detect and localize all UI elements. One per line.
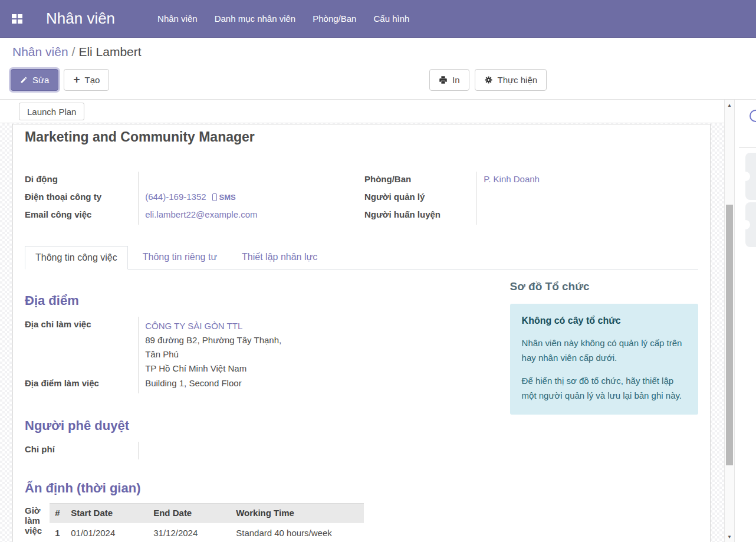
alert-paragraph: Để hiển thị sơ đồ tổ chức, hãy thiết lập…	[522, 373, 686, 403]
mobile-phone-icon	[212, 193, 217, 201]
work-info-main-column: Địa điểm Địa chỉ làm việc CÔNG TY SÀI GÒ…	[25, 270, 491, 542]
work-address-label: Địa chỉ làm việc	[25, 317, 138, 376]
sms-action[interactable]: SMS	[212, 192, 236, 202]
notebook-tabs: Thông tin công việc Thông tin riêng tư T…	[25, 246, 698, 270]
sms-label: SMS	[219, 193, 236, 202]
pencil-icon	[20, 76, 28, 84]
scrollbar-thumb[interactable]	[726, 205, 733, 465]
vertical-scrollbar[interactable]	[724, 100, 735, 542]
alert-title: Không có cây tổ chức	[522, 316, 686, 326]
row-start-date: 01/01/2024	[65, 523, 148, 542]
nav-item-employees[interactable]: Nhân viên	[156, 10, 199, 27]
col-header-working-time: Working Time	[231, 504, 364, 523]
work-email-value: eli.lambert22@example.com	[138, 207, 349, 225]
nav-item-employee-directory[interactable]: Danh mục nhân viên	[213, 10, 297, 27]
left-action-buttons: Sửa Tạo	[11, 69, 109, 91]
expense-label: Chi phí	[25, 442, 138, 459]
action-button-label: Thực hiện	[498, 75, 538, 85]
edit-button-label: Sửa	[32, 75, 49, 85]
panel-divider	[739, 147, 756, 148]
printer-icon	[439, 75, 448, 84]
tab-hr-settings[interactable]: Thiết lập nhân lực	[232, 246, 327, 270]
approvers-section-title: Người phê duyệt	[25, 418, 491, 433]
work-location-value: Building 1, Second Floor	[138, 376, 349, 393]
org-chart-column: Sơ đồ Tổ chức Không có cây tổ chức Nhân …	[510, 270, 698, 542]
panel-item[interactable]	[745, 153, 756, 200]
field-group-left: Di động Điện thoại công ty (644)-169-135…	[25, 172, 349, 225]
approvers-field-group: Chi phí	[25, 442, 349, 459]
org-chart-title: Sơ đồ Tổ chức	[510, 280, 698, 293]
scroll-down-icon[interactable]	[725, 531, 734, 542]
tab-private-information[interactable]: Thông tin riêng tư	[133, 246, 227, 270]
print-button-label: In	[452, 75, 460, 85]
department-link[interactable]: P. Kinh Doanh	[484, 174, 540, 184]
row-working-time: Standard 40 hours/week	[231, 523, 364, 542]
table-header-row: # Start Date End Date Working Time	[50, 504, 364, 523]
org-chart-empty-alert: Không có cây tổ chức Nhân viên này không…	[510, 304, 698, 415]
form-statusbar: Launch Plan	[0, 100, 724, 123]
nav-menu: Nhân viên Danh mục nhân viên Phòng/Ban C…	[156, 10, 410, 27]
department-label: Phòng/Ban	[364, 172, 476, 189]
nav-item-departments[interactable]: Phòng/Ban	[311, 10, 357, 27]
working-time-table: # Start Date End Date Working Time 1	[50, 503, 364, 542]
working-hours-label: Giờ làm việc	[25, 503, 42, 542]
phone-link[interactable]: (644)-169-1352	[145, 192, 206, 202]
manager-value	[476, 189, 689, 207]
apps-grid-icon[interactable]	[12, 14, 22, 24]
address-line: 89 đường B2, Phường Tây Thạnh,	[145, 333, 349, 347]
schedule-field-group: Giờ làm việc # Start Date End Date Work	[25, 503, 364, 542]
breadcrumb: Nhân viên/Eli Lambert	[12, 45, 142, 59]
work-email-label: Email công việc	[25, 207, 138, 225]
edit-button[interactable]: Sửa	[11, 69, 58, 91]
print-button[interactable]: In	[429, 69, 469, 91]
control-panel: Nhân viên/Eli Lambert Sửa Tạo In Thực hi…	[0, 38, 756, 99]
create-button-label: Tạo	[85, 75, 100, 85]
form-view-content: Launch Plan Marketing and Community Mana…	[0, 99, 756, 542]
field-group-right: Phòng/Ban P. Kinh Doanh Người quản lý Ng…	[364, 172, 689, 225]
email-link[interactable]: eli.lambert22@example.com	[145, 209, 257, 219]
col-header-start-date: Start Date	[65, 504, 148, 523]
tab-work-information[interactable]: Thông tin công việc	[25, 246, 128, 270]
gear-icon	[484, 75, 493, 84]
location-field-group: Địa chỉ làm việc CÔNG TY SÀI GÒN TTL 89 …	[25, 317, 349, 393]
job-title: Marketing and Community Manager	[25, 129, 698, 144]
breadcrumb-current: Eli Lambert	[78, 45, 141, 58]
company-link[interactable]: CÔNG TY SÀI GÒN TTL	[145, 321, 242, 331]
right-side-panel-clipped	[735, 100, 756, 542]
work-address-value: CÔNG TY SÀI GÒN TTL 89 đường B2, Phường …	[138, 317, 349, 376]
avatar-circle	[750, 110, 756, 122]
alert-paragraph: Nhân viên này không có quản lý cấp trên …	[522, 336, 686, 365]
plus-icon	[73, 74, 80, 86]
col-header-end-date: End Date	[148, 504, 231, 523]
row-index: 1	[50, 523, 65, 542]
breadcrumb-parent-link[interactable]: Nhân viên	[12, 45, 68, 58]
contact-field-groups: Di động Điện thoại công ty (644)-169-135…	[25, 172, 698, 225]
right-action-buttons: In Thực hiện	[429, 69, 547, 91]
address-line: TP Hồ Chí Minh Việt Nam	[145, 362, 349, 376]
panel-item[interactable]	[745, 202, 756, 247]
panel-item-notch	[741, 172, 750, 181]
expense-value	[138, 442, 349, 459]
panel-item-notch	[741, 220, 750, 229]
table-row[interactable]: 1 01/01/2024 31/12/2024 Standard 40 hour…	[50, 523, 364, 542]
scroll-up-icon[interactable]	[725, 100, 734, 110]
schedule-section-title: Ấn định (thời gian)	[25, 481, 491, 496]
location-section-title: Địa điểm	[25, 293, 491, 308]
address-line: Tân Phú	[145, 347, 349, 362]
tab-work-information-content: Địa điểm Địa chỉ làm việc CÔNG TY SÀI GÒ…	[25, 270, 698, 542]
col-header-index: #	[50, 504, 65, 523]
working-hours-table-cell: # Start Date End Date Working Time 1	[42, 503, 364, 542]
work-phone-value: (644)-169-1352SMS	[138, 189, 349, 207]
nav-item-configuration[interactable]: Cấu hình	[372, 10, 410, 27]
create-button[interactable]: Tạo	[64, 69, 109, 91]
mobile-label: Di động	[25, 172, 138, 189]
form-sheet: Marketing and Community Manager Di động …	[12, 124, 711, 542]
breadcrumb-separator: /	[72, 45, 75, 58]
department-value: P. Kinh Doanh	[476, 172, 689, 189]
launch-plan-button[interactable]: Launch Plan	[19, 103, 84, 120]
manager-label: Người quản lý	[364, 189, 476, 207]
top-navbar: Nhân viên Nhân viên Danh mục nhân viên P…	[0, 0, 756, 38]
work-location-label: Địa điểm làm việc	[25, 376, 138, 393]
app-title[interactable]: Nhân viên	[46, 9, 115, 28]
action-button[interactable]: Thực hiện	[475, 69, 547, 91]
